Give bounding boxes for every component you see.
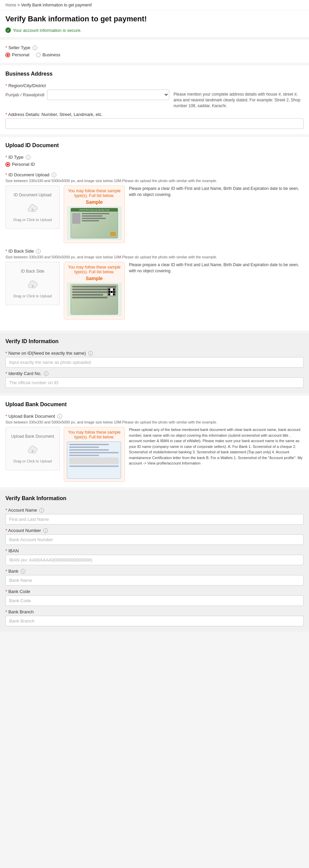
seller-type-business-option[interactable]: Business <box>36 52 60 57</box>
region-value: Punjab / Rawalpindi <box>5 92 44 97</box>
secure-text: Your account information is secure. <box>13 28 82 33</box>
seller-type-personal-label: Personal <box>12 52 29 57</box>
identity-card-no-input[interactable] <box>5 377 304 388</box>
id-back-subsection: * ID Back Side i Size between 330x330 an… <box>5 249 304 319</box>
id-back-size-hint: Size between 330x330 and 5000x5000 px, a… <box>5 255 304 259</box>
address-hint: Please mention your complete address det… <box>173 90 304 108</box>
secure-badge: ✓ Your account information is secure. <box>0 26 309 37</box>
bank-doc-mockup <box>67 441 122 479</box>
business-address-section: Business Address * Region/City/District … <box>0 65 309 134</box>
radio-personal[interactable] <box>5 53 10 57</box>
seller-type-personal-option[interactable]: Personal <box>5 52 29 57</box>
name-on-id-label: Name on ID(Need be exactly the same) <box>8 351 86 356</box>
bank-label: Bank <box>8 569 19 574</box>
id-back-upload-grid: ID Back Side Drag or Click to Upload You… <box>5 262 304 319</box>
id-back-label: ID Back Side <box>8 249 34 254</box>
bank-code-input[interactable] <box>5 595 304 606</box>
name-on-id-info-icon[interactable]: i <box>88 351 93 356</box>
identity-card-info-icon[interactable]: i <box>44 371 49 376</box>
bank-sample-label[interactable]: You may follow these sample type(s). Ful… <box>67 430 122 439</box>
id-type-radio-group: Personal ID <box>5 162 304 167</box>
id-back-info-icon[interactable]: i <box>36 249 41 254</box>
bank-sample-box: You may follow these sample type(s). Ful… <box>64 427 125 482</box>
id-doc-size-hint: Size between 330x330 and 5000x5000 px, a… <box>5 179 304 183</box>
id-back-sample-image <box>67 282 122 316</box>
upload-back-box-label: ID Back Side <box>21 269 44 274</box>
seller-type-label: Seller Type <box>8 45 31 50</box>
upload-bank-title: Upload Bank Document <box>5 401 304 410</box>
id-doc-upload-box[interactable]: ID Document Upload Drag or Click to Uplo… <box>5 185 60 229</box>
breadcrumb-current: Verify Bank information to get payment! <box>21 3 92 7</box>
id-front-sample-image: PAKISTAN National Identity Card <box>67 206 122 240</box>
name-on-id-input[interactable] <box>5 357 304 368</box>
bank-upload-text: Drag or Click to Upload <box>13 459 52 463</box>
id-back-upload-box[interactable]: ID Back Side Drag or Click to Upload <box>5 262 60 305</box>
sample-title: Sample <box>67 199 122 205</box>
id-front-sample-label[interactable]: You may follow these sample type(s). Ful… <box>67 189 122 198</box>
seller-type-business-label: Business <box>42 52 60 57</box>
id-back-note: Please prepare a clear ID with First and… <box>129 262 304 274</box>
region-hint-text: Please mention your complete address det… <box>173 92 304 108</box>
id-doc-upload-label: ID Document Upload <box>8 172 50 177</box>
identity-card-no-label: Identity Card No. <box>8 371 42 376</box>
bank-info-icon[interactable]: i <box>21 569 25 574</box>
account-number-input[interactable] <box>5 534 304 545</box>
upload-cloud-icon <box>26 201 39 215</box>
upload-front-text: Drag or Click to Upload <box>13 218 52 222</box>
id-back-sample-box: You may follow these sample type(s). Ful… <box>64 262 125 319</box>
iban-label: IBAN <box>8 548 19 553</box>
business-address-title: Business Address <box>5 71 304 79</box>
upload-id-title: Upload ID Document <box>5 142 304 151</box>
id-type-subsection: * ID Type i Personal ID <box>5 155 304 167</box>
region-label: Region/City/District <box>8 83 46 88</box>
region-row: Punjab / Rawalpindi <box>5 90 169 100</box>
seller-type-info-icon[interactable]: i <box>33 45 37 50</box>
upload-back-text: Drag or Click to Upload <box>13 294 52 298</box>
upload-id-section: Upload ID Document * ID Type i Personal … <box>0 137 309 330</box>
region-select[interactable] <box>47 90 170 100</box>
bank-upload-box-label: Upload Bank Document <box>11 434 54 439</box>
verify-bank-section: Verify Bank Information * Account Name i… <box>0 490 309 632</box>
id-type-info-icon[interactable]: i <box>26 155 31 160</box>
breadcrumb-home[interactable]: Home <box>5 3 16 7</box>
address-details-input[interactable] <box>5 118 304 129</box>
upload-bank-section: Upload Bank Document * Upload Bank Docum… <box>0 396 309 487</box>
address-row: Punjab / Rawalpindi Please mention your … <box>5 90 304 108</box>
bank-branch-label: Bank Branch <box>8 609 34 614</box>
bank-doc-info-icon[interactable]: i <box>57 414 62 419</box>
bank-doc-size-hint: Size between 330x330 and 5000x5000 px, a… <box>5 420 304 424</box>
id-type-personal-label: Personal ID <box>12 162 35 167</box>
bank-upload-cloud-icon <box>26 443 39 456</box>
iban-input[interactable] <box>5 555 304 565</box>
id-front-note: Please prepare a clear ID with First and… <box>129 185 304 198</box>
id-type-personal-option[interactable]: Personal ID <box>5 162 35 167</box>
breadcrumb: Home > Verify Bank information to get pa… <box>0 0 309 11</box>
bank-code-label: Bank Code <box>8 589 30 594</box>
id-back-sample-label[interactable]: You may follow these sample type(s). Ful… <box>67 265 122 274</box>
seller-type-section: * Seller Type i Personal Business <box>0 40 309 63</box>
bank-input[interactable] <box>5 575 304 586</box>
id-card-back-mockup <box>71 284 118 315</box>
radio-personal-id[interactable] <box>5 162 10 167</box>
id-card-front-mockup: PAKISTAN National Identity Card <box>71 208 118 238</box>
bank-doc-upload-box[interactable]: Upload Bank Document Drag or Click to Up… <box>5 427 60 470</box>
radio-business[interactable] <box>36 53 41 57</box>
id-doc-info-icon[interactable]: i <box>52 173 56 177</box>
address-details-label: Address Details: Number, Street, Landmar… <box>8 112 103 117</box>
account-name-info-icon[interactable]: i <box>39 508 44 513</box>
account-number-label: Account Number <box>8 528 41 533</box>
address-left: Punjab / Rawalpindi <box>5 90 169 100</box>
id-doc-upload-subsection: * ID Document Upload i Size between 330x… <box>5 172 304 243</box>
bank-upload-note: Please upload any of the below mentioned… <box>129 427 304 466</box>
id-type-label: ID Type <box>8 155 24 160</box>
upload-cloud-back-icon <box>26 278 39 291</box>
bank-doc-label: Upload Bank Document <box>8 414 55 419</box>
verify-id-title: Verify ID Information <box>5 338 304 347</box>
account-number-info-icon[interactable]: i <box>43 528 48 533</box>
bank-branch-input[interactable] <box>5 616 304 626</box>
page-title: Verify Bank information to get payment! <box>0 11 309 26</box>
upload-front-box-label: ID Document Upload <box>14 193 51 197</box>
account-name-input[interactable] <box>5 514 304 525</box>
id-doc-upload-grid: ID Document Upload Drag or Click to Uplo… <box>5 185 304 243</box>
secure-icon: ✓ <box>5 27 11 33</box>
